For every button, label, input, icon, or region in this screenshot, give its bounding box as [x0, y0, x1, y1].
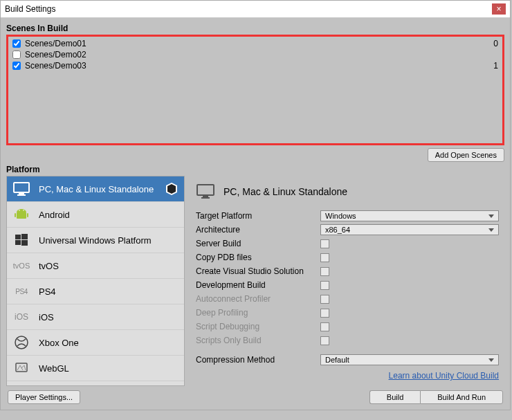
platform-item-uwp[interactable]: Universal Windows Platform — [7, 228, 184, 253]
build-and-run-button[interactable]: Build And Run — [420, 390, 503, 404]
platform-label-text: PS4 — [39, 286, 179, 297]
svg-rect-17 — [203, 196, 208, 197]
platform-label-text: Android — [39, 210, 179, 220]
svg-rect-10 — [15, 235, 21, 239]
autoconnect-checkbox — [320, 295, 329, 304]
setting-scripts-only: Scripts Only Build — [193, 334, 502, 347]
setting-compression: Compression Method Default — [193, 353, 502, 367]
player-settings-button[interactable]: Player Settings... — [8, 390, 80, 404]
setting-autoconnect: Autoconnect Profiler — [193, 292, 502, 306]
platform-label-text: tvOS — [39, 261, 179, 271]
settings-header: PC, Mac & Linux Standalone — [193, 180, 502, 209]
unity-icon — [165, 182, 179, 196]
compression-dropdown[interactable]: Default — [320, 354, 499, 365]
platform-label-text: Universal Windows Platform — [39, 235, 179, 246]
create-vs-checkbox[interactable] — [320, 267, 329, 276]
scenes-list[interactable]: Scenes/Demo01 0 Scenes/Demo02 Scenes/Dem… — [6, 35, 504, 145]
scene-index: 1 — [484, 61, 498, 71]
build-button[interactable]: Build — [369, 390, 420, 404]
scene-name: Scenes/Demo01 — [25, 39, 484, 48]
svg-rect-5 — [17, 212, 26, 219]
ps4-icon: PS4 — [12, 284, 30, 298]
architecture-dropdown[interactable]: x86_64 — [320, 224, 499, 235]
scene-index: 0 — [484, 39, 498, 48]
settings-title: PC, Mac & Linux Standalone — [223, 186, 347, 197]
target-platform-dropdown[interactable]: Windows — [320, 210, 499, 221]
platform-list: PC, Mac & Linux Standalone Android Univ — [6, 176, 185, 386]
platform-item-tvos[interactable]: tvOS tvOS — [7, 253, 184, 279]
webgl-icon — [12, 361, 30, 375]
ios-icon: iOS — [12, 310, 30, 324]
scene-name: Scenes/Demo02 — [25, 50, 484, 60]
svg-rect-7 — [27, 213, 28, 217]
server-build-checkbox[interactable] — [320, 239, 329, 248]
platform-label-text: iOS — [39, 312, 179, 322]
setting-script-debug: Script Debugging — [193, 320, 502, 334]
platform-label-text: PC, Mac & Linux Standalone — [39, 184, 156, 194]
close-icon: × — [496, 4, 501, 14]
scene-name: Scenes/Demo03 — [25, 61, 484, 71]
dev-build-checkbox[interactable] — [320, 281, 329, 290]
setting-create-vs: Create Visual Studio Solution — [193, 264, 502, 278]
close-button[interactable]: × — [492, 3, 506, 15]
settings-panel: PC, Mac & Linux Standalone Target Platfo… — [190, 176, 504, 386]
svg-point-14 — [15, 336, 28, 349]
copy-pdb-checkbox[interactable] — [320, 253, 329, 262]
window-title: Build Settings — [5, 4, 55, 14]
svg-rect-16 — [197, 185, 214, 195]
deep-profiling-checkbox — [320, 309, 329, 318]
platform-item-android[interactable]: Android — [7, 202, 184, 228]
setting-target-platform: Target Platform Windows — [193, 209, 502, 223]
cloud-build-link[interactable]: Learn about Unity Cloud Build — [193, 367, 502, 382]
titlebar: Build Settings × — [1, 1, 510, 18]
xbox-icon — [12, 336, 30, 349]
content-area: Scenes In Build Scenes/Demo01 0 Scenes/D… — [1, 18, 510, 410]
monitor-icon — [12, 182, 30, 196]
platform-label-text: WebGL — [39, 363, 179, 374]
scene-checkbox[interactable] — [12, 51, 21, 59]
scene-checkbox[interactable] — [12, 39, 21, 48]
windows-icon — [12, 233, 30, 247]
scene-row[interactable]: Scenes/Demo01 0 — [10, 38, 501, 49]
svg-rect-11 — [21, 234, 28, 239]
tvos-icon: tvOS — [12, 259, 30, 273]
platform-item-xboxone[interactable]: Xbox One — [7, 330, 184, 356]
svg-rect-1 — [19, 193, 24, 194]
platform-item-webgl[interactable]: WebGL — [7, 356, 184, 381]
svg-rect-6 — [15, 213, 16, 217]
setting-dev-build: Development Build — [193, 278, 502, 292]
setting-server-build: Server Build — [193, 237, 502, 250]
setting-architecture: Architecture x86_64 — [193, 223, 502, 237]
scene-row[interactable]: Scenes/Demo03 1 — [10, 60, 501, 71]
scene-checkbox[interactable] — [12, 62, 21, 70]
add-open-scenes-button[interactable]: Add Open Scenes — [428, 148, 504, 162]
svg-point-9 — [23, 210, 24, 211]
platform-label: Platform — [6, 165, 504, 174]
platform-label-text: Xbox One — [39, 338, 179, 348]
bottom-bar: Player Settings... Build Build And Run — [6, 390, 504, 404]
svg-rect-2 — [17, 194, 26, 196]
monitor-icon — [196, 184, 215, 199]
svg-rect-0 — [14, 183, 29, 192]
platform-item-standalone[interactable]: PC, Mac & Linux Standalone — [7, 176, 184, 202]
svg-marker-4 — [167, 184, 176, 194]
scene-row[interactable]: Scenes/Demo02 — [10, 49, 501, 60]
build-settings-window: Build Settings × Scenes In Build Scenes/… — [0, 0, 511, 410]
svg-point-8 — [19, 210, 20, 211]
platform-item-ps4[interactable]: PS4 PS4 — [7, 279, 184, 304]
setting-deep-profiling: Deep Profiling — [193, 306, 502, 320]
script-debug-checkbox — [320, 322, 329, 331]
android-icon — [12, 208, 30, 221]
platform-item-ios[interactable]: iOS iOS — [7, 304, 184, 330]
scenes-label: Scenes In Build — [6, 24, 504, 33]
setting-copy-pdb: Copy PDB files — [193, 250, 502, 264]
scripts-only-checkbox — [320, 336, 329, 345]
svg-rect-12 — [15, 240, 21, 245]
svg-rect-18 — [201, 197, 210, 199]
svg-rect-13 — [21, 240, 28, 246]
